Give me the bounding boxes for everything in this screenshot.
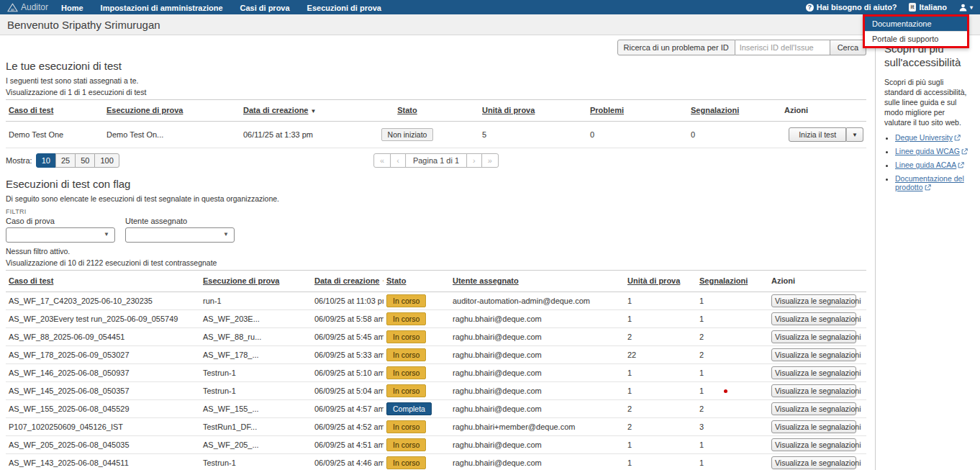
start-test-button[interactable]: Inizia il test [789, 127, 846, 142]
issue-id-input[interactable] [735, 40, 830, 55]
sort-stato[interactable]: Stato [386, 276, 407, 285]
accessibility-sidebar: Scopri di più sull'accessibilità Scopri … [875, 35, 980, 470]
sort-segnalazioni[interactable]: Segnalazioni [699, 276, 748, 285]
col-header-segnalazioni: Segnalazioni [697, 271, 768, 292]
view-flags-button[interactable]: Visualizza le segnalazioni [771, 348, 856, 361]
cell-status: In corso [384, 292, 450, 310]
view-flags-button[interactable]: Visualizza le segnalazioni [771, 438, 856, 451]
view-flags-button[interactable]: Visualizza le segnalazioni [771, 294, 856, 307]
col-header-stato: Stato [384, 271, 450, 292]
cell-test-case: AS_WF_146_2025-06-08_050937 [6, 364, 200, 382]
help-link[interactable]: ? Hai bisogno di aiuto? [806, 3, 897, 12]
cell-test-case: AS_WF_155_2025-06-08_045529 [6, 400, 200, 418]
nav-item-esecuzioni-di-prova[interactable]: Esecuzioni di prova [307, 4, 381, 12]
sort-esecuzione-di-prova[interactable]: Esecuzione di prova [203, 276, 279, 285]
sort-utente-assegnato[interactable]: Utente assegnato [453, 276, 519, 285]
sort-esecuzione-di-prova[interactable]: Esecuzione di prova [106, 106, 183, 114]
filter-select-utente-assegnato[interactable]: ▼ [125, 227, 235, 243]
start-test-split-button: Inizia il test▼ [789, 127, 863, 142]
cell-test-case: AS_WF_205_2025-06-08_045035 [6, 436, 200, 454]
cell-created: 06/09/25 at 5:10 am [312, 364, 384, 382]
chevron-down-icon: ▼ [223, 231, 229, 238]
view-flags-button[interactable]: Visualizza le segnalazioni [771, 366, 856, 379]
view-flags-button[interactable]: Visualizza le segnalazioni [771, 456, 856, 469]
table-row: AS_WF_205_2025-06-08_045035AS_WF_205_...… [6, 436, 866, 454]
page-size-100-button[interactable]: 100 [94, 153, 119, 168]
cell-status: In corso [384, 454, 450, 470]
col-header-stato: Stato [335, 100, 479, 122]
start-test-dropdown-button[interactable]: ▼ [846, 127, 863, 142]
view-flags-button[interactable]: Visualizza le segnalazioni [771, 384, 856, 397]
app-logo[interactable]: ax Auditor [7, 2, 48, 12]
view-flags-button[interactable]: Visualizza le segnalazioni [771, 420, 856, 433]
nav-item-casi-di-prova[interactable]: Casi di prova [240, 4, 290, 12]
sort-data-di-creazione[interactable]: Data di creazione [314, 276, 379, 285]
sort-desc-icon: ▼ [381, 279, 384, 285]
cell-status: In corso [384, 418, 450, 436]
table-row: AS_WF_88_2025-06-09_054451AS_WF_88_ru...… [6, 328, 866, 346]
menu-item-portale-di-supporto[interactable]: Portale di supporto [865, 31, 967, 46]
col-header-caso-di-test: Caso di test [6, 100, 104, 122]
sort-caso-di-test[interactable]: Caso di test [9, 276, 53, 285]
search-button[interactable]: Cerca [830, 40, 866, 55]
menu-item-documentazione[interactable]: Documentazione [865, 17, 967, 31]
navbar-right: ? Hai bisogno di aiuto? it Italiano ▾ [806, 3, 973, 12]
sidebar-link-deque-university[interactable]: Deque University [895, 133, 953, 142]
cell-status: Completa [384, 400, 450, 418]
flagged-count: Visualizzazione di 10 di 2122 esecuzioni… [6, 258, 866, 267]
nav-item-impostazioni-di-amministrazione[interactable]: Impostazioni di amministrazione [101, 4, 223, 12]
header-row: Caso di testEsecuzione di provaData di c… [6, 100, 866, 122]
your-runs-table: Caso di testEsecuzione di provaData di c… [6, 99, 866, 148]
flagged-tbody: AS_WF_17_C4203_2025-06-10_230235run-106/… [6, 292, 866, 470]
page-size-50-button[interactable]: 50 [75, 153, 95, 168]
status-badge: In corso [386, 330, 426, 343]
flagged-thead: Caso di testEsecuzione di provaData di c… [6, 271, 866, 292]
view-flags-button[interactable]: Visualizza le segnalazioni [771, 330, 856, 343]
cell-actions: Visualizza le segnalazioni [768, 382, 866, 400]
col-header-esecuzione-di-prova: Esecuzione di prova [104, 100, 240, 122]
cell-test-units: 2 [625, 418, 697, 436]
filter-select-caso-di-prova[interactable]: ▼ [6, 227, 115, 243]
filter-label-caso-di-prova: Caso di prova [6, 217, 115, 225]
cell-status: In corso [384, 382, 450, 400]
sort-stato[interactable]: Stato [397, 106, 417, 114]
view-flags-button[interactable]: Visualizza le segnalazioni [771, 402, 856, 415]
cell-flags: 2 [697, 328, 768, 346]
status-badge: In corso [386, 438, 426, 451]
cell-test-units: 1 [625, 292, 697, 310]
sort-caso-di-test[interactable]: Caso di test [9, 106, 53, 114]
user-icon [958, 3, 968, 12]
cell-assigned-user: raghu.bhairi@deque.com [450, 310, 625, 328]
sort-problemi[interactable]: Problemi [590, 106, 624, 114]
cell-assigned-user: raghu.bhairi@deque.com [450, 454, 625, 470]
col-header-data-di-creazione: Data di creazione▼ [240, 100, 335, 122]
view-flags-button[interactable]: Visualizza le segnalazioni [771, 312, 856, 325]
page-indicator: Pagina 1 di 1 [405, 153, 467, 168]
nav-item-home[interactable]: Home [61, 4, 83, 12]
sidebar-link-linee-guida-acaa[interactable]: Linee guida ACAA [895, 161, 956, 169]
cell-test-run: run-1 [200, 292, 312, 310]
user-menu[interactable]: ▾ [958, 3, 973, 12]
sort-unit-di-prova[interactable]: Unità di prova [627, 276, 680, 285]
cell-actions: Visualizza le segnalazioni [768, 436, 866, 454]
col-header-azioni: Azioni [768, 271, 866, 292]
cell-test-run: AS_WF_155_... [200, 400, 312, 418]
cell-flags: 3 [697, 418, 768, 436]
filter-caso-di-prova: Caso di prova▼ [6, 217, 115, 243]
status-badge: Completa [386, 402, 432, 415]
page-size-10-button[interactable]: 10 [36, 153, 56, 168]
sort-segnalazioni[interactable]: Segnalazioni [691, 106, 739, 114]
col-header-caso-di-test: Caso di test [6, 271, 200, 292]
annotation-red-dot [724, 389, 727, 393]
cell-actions: Visualizza le segnalazioni [768, 418, 866, 436]
sort-data-di-creazione[interactable]: Data di creazione [243, 106, 308, 114]
cell-issues: 0 [587, 122, 688, 148]
sidebar-link-linee-guida-wcag[interactable]: Linee guida WCAG [895, 147, 960, 155]
page-title: Benvenuto Sripathy Srimurugan [7, 19, 160, 31]
cell-test-units: 1 [625, 382, 697, 400]
sort-unit-di-prova[interactable]: Unità di prova [482, 106, 535, 114]
last-page-button: » [481, 153, 499, 168]
cell-test-run: Testrun-1 [200, 382, 312, 400]
page-size-25-button[interactable]: 25 [55, 153, 76, 168]
language-selector[interactable]: it Italiano [909, 3, 947, 12]
